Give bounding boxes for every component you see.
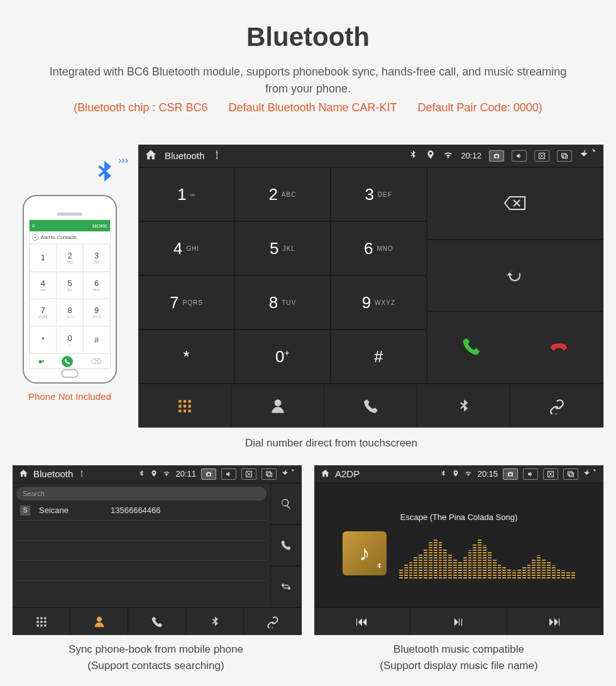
caption-dialer: Dial number direct from touchscreen xyxy=(245,437,417,450)
bluetooth-icon: ››› xyxy=(91,157,118,194)
call-button[interactable] xyxy=(461,336,481,359)
tab-bluetooth[interactable] xyxy=(186,608,244,635)
clock: 20:15 xyxy=(477,469,498,479)
dial-key-1[interactable]: 1∞ xyxy=(138,167,234,221)
usb-icon xyxy=(212,150,222,162)
phone-key: 7PQRS xyxy=(30,299,57,326)
back-button[interactable] xyxy=(282,469,295,479)
headunit-dialer: Bluetooth 20:12 1∞2ABC3DEF4GHI5JKL6MNO7P… xyxy=(138,145,603,428)
app-title: Bluetooth xyxy=(33,468,73,479)
bluetooth-status-icon xyxy=(138,470,145,479)
volume-button[interactable] xyxy=(221,468,236,480)
dial-key-4[interactable]: 4GHI xyxy=(138,221,234,275)
statusbar-pb: Bluetooth 20:11 xyxy=(13,465,302,483)
home-icon[interactable] xyxy=(321,468,330,479)
dial-key-6[interactable]: 6MNO xyxy=(331,221,427,275)
call-icon xyxy=(62,356,73,367)
dial-key-2[interactable]: 2ABC xyxy=(234,167,331,221)
track-name: Escape (The Pina Colada Song) xyxy=(400,512,517,522)
dial-key-*[interactable]: * xyxy=(138,329,234,384)
contact-initial: S xyxy=(20,506,30,516)
camera-button[interactable] xyxy=(503,468,518,480)
app-title: A2DP xyxy=(335,468,360,479)
dialer-tabs xyxy=(138,384,603,428)
dialer-keypad: 1∞2ABC3DEF4GHI5JKL6MNO7PQRS8TUV9WXYZ*0+# xyxy=(138,167,427,384)
tab-pair[interactable] xyxy=(244,608,302,635)
close-button[interactable] xyxy=(534,150,549,162)
music-controls: ⏮ ⏯ ⏭ xyxy=(314,607,603,635)
tab-contacts[interactable] xyxy=(70,608,128,635)
tab-keypad[interactable] xyxy=(138,384,231,428)
wifi-icon xyxy=(163,470,170,479)
volume-button[interactable] xyxy=(523,468,538,480)
phone-key: 8TUV xyxy=(57,299,84,326)
headunit-music: A2DP 20:15 Escape (The Pina Colada Song)… xyxy=(314,465,603,635)
dial-key-7[interactable]: 7PQRS xyxy=(138,275,234,329)
phone-bottom-bar: ■• ⌫ xyxy=(30,353,110,368)
redial-button[interactable] xyxy=(427,240,603,312)
caption-phonebook: Sync phone-book from mobile phone(Suppor… xyxy=(43,641,269,673)
dial-key-9[interactable]: 9WXYZ xyxy=(331,275,427,329)
dial-key-8[interactable]: 8TUV xyxy=(234,275,331,329)
play-pause-button[interactable]: ⏯ xyxy=(410,608,507,635)
app-title: Bluetooth xyxy=(165,150,204,161)
tab-recents[interactable] xyxy=(128,608,186,635)
page-title: Bluetooth xyxy=(0,0,616,52)
next-button[interactable]: ⏭ xyxy=(507,608,603,635)
spec-chip: (Bluetooth chip : CSR BC6 xyxy=(74,101,207,114)
phonebook-tabs xyxy=(13,607,302,635)
backspace-button[interactable] xyxy=(427,167,603,240)
empty-row xyxy=(16,541,267,561)
empty-row xyxy=(16,521,267,541)
phone-key: # xyxy=(83,326,110,354)
volume-button[interactable] xyxy=(512,150,527,162)
search-button[interactable] xyxy=(270,483,302,524)
dial-key-5[interactable]: 5JKL xyxy=(234,221,331,275)
phone-key: 4GHI xyxy=(30,272,57,299)
tab-pair[interactable] xyxy=(510,384,603,428)
hangup-button[interactable] xyxy=(549,336,569,359)
camera-button[interactable] xyxy=(201,468,216,480)
bluetooth-status-icon xyxy=(439,470,447,479)
contact-row[interactable]: S Seicane 13566664466 xyxy=(16,501,267,521)
sync-button[interactable] xyxy=(270,566,302,607)
tab-recents[interactable] xyxy=(324,384,417,428)
contact-name: Seicane xyxy=(39,506,102,515)
back-button[interactable] xyxy=(583,469,597,479)
phone-key: 2ABC xyxy=(57,244,84,272)
dial-key-#[interactable]: # xyxy=(331,329,427,384)
search-input[interactable]: Search xyxy=(16,487,267,501)
tab-contacts[interactable] xyxy=(231,384,324,428)
dial-key-0[interactable]: 0+ xyxy=(234,329,331,384)
home-icon[interactable] xyxy=(19,468,28,479)
page-description: Integrated with BC6 Bluetooth module, su… xyxy=(44,64,572,97)
spec-code: Default Pair Code: 0000) xyxy=(418,101,542,114)
album-art: ♪ xyxy=(343,531,387,575)
clock: 20:11 xyxy=(175,469,196,479)
dialer-right-panel xyxy=(427,167,603,384)
call-contact-button[interactable] xyxy=(270,524,302,566)
recents-button[interactable] xyxy=(261,468,277,480)
tab-keypad[interactable] xyxy=(13,608,70,635)
back-button[interactable] xyxy=(580,149,597,162)
backspace-icon: ⌫ xyxy=(91,357,101,366)
dial-key-3[interactable]: 3DEF xyxy=(331,167,427,221)
recents-button[interactable] xyxy=(557,150,572,162)
phone-key: 1 xyxy=(30,244,57,272)
prev-button[interactable]: ⏮ xyxy=(314,608,410,635)
contacts-side-actions xyxy=(270,483,302,607)
video-icon: ■• xyxy=(38,358,45,365)
recents-button[interactable] xyxy=(563,468,578,480)
statusbar-music: A2DP 20:15 xyxy=(314,465,603,483)
location-icon xyxy=(150,470,158,479)
close-button[interactable] xyxy=(241,468,256,480)
camera-button[interactable] xyxy=(489,150,504,162)
wifi-icon xyxy=(443,150,453,162)
phone-body: ≡MORE +Add to Contacts 12ABC3DEF4GHI5JKL… xyxy=(23,195,117,384)
tab-bluetooth[interactable] xyxy=(417,384,510,428)
close-button[interactable] xyxy=(543,468,558,480)
phone-keypad: 12ABC3DEF4GHI5JKL6MNO7PQRS8TUV9WXYZ*0+# xyxy=(30,244,110,353)
music-note-icon: ♪ xyxy=(360,541,370,565)
music-body: Escape (The Pina Colada Song) ♪ xyxy=(314,483,603,607)
home-icon[interactable] xyxy=(145,148,157,163)
